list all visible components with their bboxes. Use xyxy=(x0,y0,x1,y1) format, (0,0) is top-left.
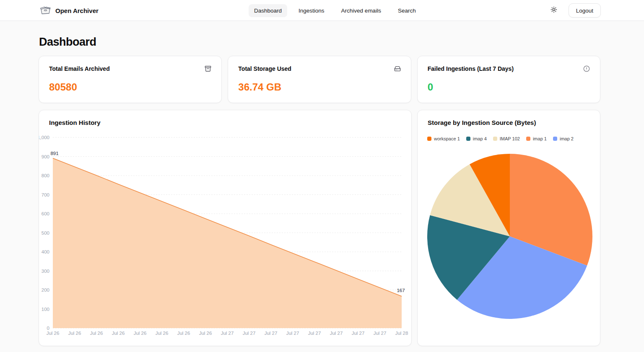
logout-button[interactable]: Logout xyxy=(569,3,601,18)
svg-text:1,000: 1,000 xyxy=(39,135,49,140)
svg-text:Jul 27: Jul 27 xyxy=(286,331,299,336)
archive-icon xyxy=(205,65,211,72)
svg-text:300: 300 xyxy=(42,269,49,274)
svg-text:200: 200 xyxy=(42,287,49,292)
nav-item-search[interactable]: Search xyxy=(392,4,421,17)
hard-drive-icon xyxy=(394,65,401,72)
svg-text:500: 500 xyxy=(42,230,49,236)
svg-text:Jul 27: Jul 27 xyxy=(330,331,343,336)
stat-card-total-emails: Total Emails Archived 80580 xyxy=(39,56,222,103)
svg-text:Jul 26: Jul 26 xyxy=(134,331,147,336)
alert-circle-icon xyxy=(583,65,590,72)
stats-row: Total Emails Archived 80580 Total Storag… xyxy=(39,56,600,103)
svg-text:167: 167 xyxy=(397,288,405,293)
stat-value: 80580 xyxy=(49,81,211,93)
stat-title: Total Emails Archived xyxy=(49,65,110,72)
stat-value: 0 xyxy=(428,81,590,93)
svg-text:Jul 27: Jul 27 xyxy=(374,331,387,336)
svg-text:Jul 27: Jul 27 xyxy=(243,331,256,336)
storage-by-source-pie-chart xyxy=(418,110,601,347)
storage-by-source-card: Storage by Ingestion Source (Bytes) work… xyxy=(417,110,600,346)
dashboard-page: Open Archiver Dashboard Ingestions Archi… xyxy=(0,0,644,352)
nav-item-archived-emails[interactable]: Archived emails xyxy=(336,4,387,17)
brand[interactable]: Open Archiver xyxy=(40,0,99,21)
nav-menu: Dashboard Ingestions Archived emails Sea… xyxy=(249,0,421,21)
svg-text:Jul 26: Jul 26 xyxy=(199,331,212,336)
svg-text:Jul 26: Jul 26 xyxy=(90,331,103,336)
svg-text:900: 900 xyxy=(42,154,49,159)
page-title: Dashboard xyxy=(39,36,96,49)
svg-text:Jul 26: Jul 26 xyxy=(177,331,190,336)
svg-text:Jul 26: Jul 26 xyxy=(112,331,125,336)
app-logo-icon xyxy=(40,5,51,16)
stat-title: Failed Ingestions (Last 7 Days) xyxy=(428,65,514,72)
svg-text:Jul 27: Jul 27 xyxy=(308,331,321,336)
svg-text:Jul 28: Jul 28 xyxy=(395,331,408,336)
svg-text:Jul 27: Jul 27 xyxy=(352,331,365,336)
top-nav: Open Archiver Dashboard Ingestions Archi… xyxy=(0,0,644,21)
ingestion-history-chart: 01002003004005006007008009001,000Jul 26J… xyxy=(39,110,412,347)
svg-text:Jul 27: Jul 27 xyxy=(221,331,234,336)
svg-text:Jul 26: Jul 26 xyxy=(47,331,60,336)
svg-text:800: 800 xyxy=(42,173,49,178)
svg-text:Jul 26: Jul 26 xyxy=(156,331,169,336)
brand-name: Open Archiver xyxy=(55,7,99,14)
sun-icon xyxy=(551,6,557,15)
svg-text:600: 600 xyxy=(42,211,49,216)
svg-text:400: 400 xyxy=(42,249,49,254)
svg-text:Jul 27: Jul 27 xyxy=(265,331,278,336)
nav-right-controls: Logout xyxy=(548,0,601,21)
stat-title: Total Storage Used xyxy=(238,65,291,72)
nav-item-ingestions[interactable]: Ingestions xyxy=(293,4,330,17)
svg-text:0: 0 xyxy=(47,326,49,331)
svg-text:700: 700 xyxy=(42,192,49,197)
stat-value: 36.74 GB xyxy=(238,81,400,93)
stat-card-failed-ingestions: Failed Ingestions (Last 7 Days) 0 xyxy=(417,56,600,103)
stat-card-total-storage: Total Storage Used 36.74 GB xyxy=(228,56,411,103)
svg-text:Jul 26: Jul 26 xyxy=(68,331,81,336)
svg-text:891: 891 xyxy=(50,151,58,156)
ingestion-history-card: Ingestion History 0100200300400500600700… xyxy=(39,110,412,346)
svg-text:100: 100 xyxy=(42,307,49,312)
theme-toggle-button[interactable] xyxy=(548,5,560,16)
nav-item-dashboard[interactable]: Dashboard xyxy=(249,4,287,17)
